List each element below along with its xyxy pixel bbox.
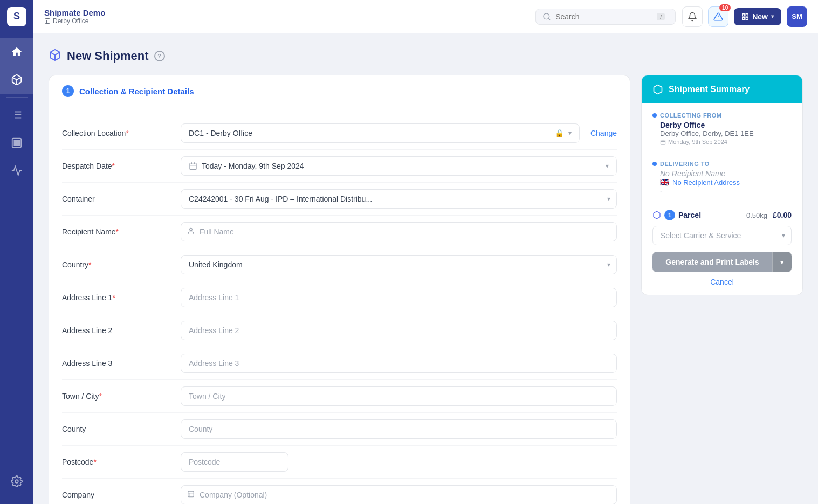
delivering-dash: - bbox=[652, 187, 792, 195]
collection-location-label: Collection Location* bbox=[62, 129, 181, 137]
company-input-wrap bbox=[181, 485, 617, 504]
recipient-name-input[interactable] bbox=[181, 222, 617, 241]
sidebar-item-barcode[interactable] bbox=[0, 129, 33, 157]
address2-input[interactable] bbox=[181, 321, 617, 340]
search-input[interactable] bbox=[555, 12, 652, 21]
summary-card: Shipment Summary Collecting From Derby O… bbox=[641, 75, 803, 295]
container-control: C24242001 - 30 Fri Aug - IPD – Internati… bbox=[181, 189, 617, 209]
home-icon bbox=[11, 46, 23, 58]
company-control bbox=[181, 485, 617, 504]
plus-icon bbox=[741, 13, 749, 20]
postcode-input[interactable] bbox=[181, 452, 288, 472]
form-row-company: Company bbox=[62, 479, 617, 504]
town-label: Town / City* bbox=[62, 392, 181, 401]
county-label: County bbox=[62, 425, 181, 433]
summary-cube-icon bbox=[652, 84, 663, 95]
summary-divider-1 bbox=[652, 154, 792, 154]
recipient-name-control bbox=[181, 222, 617, 241]
county-input[interactable] bbox=[181, 419, 617, 439]
sidebar-item-settings[interactable] bbox=[0, 467, 33, 495]
bell-icon bbox=[688, 12, 697, 22]
generate-dropdown-button[interactable]: ▾ bbox=[772, 252, 792, 272]
shipment-title-icon bbox=[49, 49, 61, 63]
search-shortcut: / bbox=[657, 13, 665, 20]
sidebar-logo: S bbox=[0, 0, 33, 33]
svg-point-10 bbox=[544, 13, 549, 19]
svg-rect-17 bbox=[746, 17, 748, 19]
settings-icon bbox=[11, 475, 23, 487]
despatch-date-field[interactable]: Today - Monday, 9th Sep 2024 ▾ bbox=[181, 156, 617, 176]
cancel-link[interactable]: Cancel bbox=[652, 278, 792, 286]
carrier-select-wrap: Select Carrier & Service bbox=[652, 226, 792, 245]
list-icon bbox=[11, 109, 23, 121]
brand-sub: Derby Office bbox=[44, 17, 105, 25]
company-input[interactable] bbox=[181, 485, 617, 504]
collection-location-field[interactable]: DC1 - Derby Office 🔒 ▾ bbox=[181, 123, 580, 143]
form-row-despatch-date: Despatch Date* Today - Monday, 9th Sep 2… bbox=[62, 150, 617, 183]
address1-label: Address Line 1* bbox=[62, 293, 181, 302]
sidebar: S bbox=[0, 0, 33, 504]
postcode-control bbox=[181, 452, 617, 472]
recipient-name-wrap bbox=[181, 222, 617, 241]
container-select[interactable]: C24242001 - 30 Fri Aug - IPD – Internati… bbox=[181, 189, 617, 209]
summary-body: Collecting From Derby Office Derby Offic… bbox=[642, 103, 802, 295]
svg-rect-24 bbox=[188, 491, 194, 497]
company-label: Company bbox=[62, 491, 181, 499]
parcel-label: 1 Parcel bbox=[652, 210, 701, 220]
form-body: Collection Location* DC1 - Derby Office … bbox=[49, 106, 630, 504]
change-link[interactable]: Change bbox=[590, 129, 617, 137]
new-button[interactable]: New ▾ bbox=[734, 8, 781, 25]
address3-control bbox=[181, 354, 617, 373]
collecting-from-label: Collecting From bbox=[652, 112, 792, 119]
form-row-county: County bbox=[62, 413, 617, 446]
carrier-select[interactable]: Select Carrier & Service bbox=[652, 226, 792, 245]
address1-input[interactable] bbox=[181, 288, 617, 307]
country-label: Country* bbox=[62, 260, 181, 269]
logo-icon: S bbox=[7, 7, 26, 26]
main-content: New Shipment ? 1 Collection & Recipient … bbox=[33, 33, 818, 504]
sidebar-item-list[interactable] bbox=[0, 101, 33, 129]
cube-icon bbox=[49, 49, 61, 61]
address1-control bbox=[181, 288, 617, 307]
despatch-date-value: Today - Monday, 9th Sep 2024 bbox=[202, 162, 601, 170]
parcel-icon bbox=[652, 211, 661, 219]
no-recipient-address: 🇬🇧 No Recipient Address bbox=[652, 178, 792, 187]
svg-point-8 bbox=[15, 480, 18, 483]
sidebar-item-chart[interactable] bbox=[0, 157, 33, 185]
form-row-container: Container C24242001 - 30 Fri Aug - IPD –… bbox=[62, 183, 617, 216]
sidebar-item-home[interactable] bbox=[0, 38, 33, 66]
address2-label: Address Line 2 bbox=[62, 326, 181, 335]
svg-rect-19 bbox=[190, 163, 196, 170]
svg-rect-15 bbox=[746, 13, 748, 16]
lock-icon: 🔒 bbox=[555, 129, 564, 137]
collection-location-control: DC1 - Derby Office 🔒 ▾ Change bbox=[181, 123, 617, 143]
sidebar-item-shipments[interactable] bbox=[0, 66, 33, 94]
generate-print-button[interactable]: Generate and Print Labels bbox=[652, 252, 772, 272]
svg-rect-16 bbox=[743, 17, 745, 19]
country-control: United Kingdom bbox=[181, 255, 617, 274]
office-icon bbox=[44, 18, 51, 24]
summary-header: Shipment Summary bbox=[642, 75, 802, 103]
notifications-button[interactable] bbox=[682, 6, 703, 27]
sidebar-nav bbox=[0, 33, 33, 467]
svg-line-11 bbox=[548, 18, 550, 20]
address3-input[interactable] bbox=[181, 354, 617, 373]
box-icon bbox=[11, 74, 23, 86]
search-icon bbox=[542, 12, 551, 21]
sidebar-bottom bbox=[0, 467, 33, 504]
section-number: 1 bbox=[62, 85, 74, 97]
alert-button[interactable]: 10 bbox=[708, 6, 728, 27]
delivering-to-label: Delivering To bbox=[652, 161, 792, 167]
help-icon[interactable]: ? bbox=[154, 51, 165, 61]
brand: Shipmate Demo Derby Office bbox=[44, 8, 105, 25]
avatar[interactable]: SM bbox=[787, 6, 807, 27]
svg-point-23 bbox=[190, 228, 193, 231]
town-input[interactable] bbox=[181, 386, 617, 406]
delivering-to-section: Delivering To No Recipient Name 🇬🇧 No Re… bbox=[652, 161, 792, 195]
country-select[interactable]: United Kingdom bbox=[181, 255, 617, 274]
content-layout: 1 Collection & Recipient Details Collect… bbox=[49, 75, 803, 504]
uk-flag-icon: 🇬🇧 bbox=[660, 178, 669, 187]
form-row-address2: Address Line 2 bbox=[62, 314, 617, 347]
collection-location-value: DC1 - Derby Office bbox=[189, 129, 551, 137]
svg-rect-25 bbox=[661, 140, 665, 144]
